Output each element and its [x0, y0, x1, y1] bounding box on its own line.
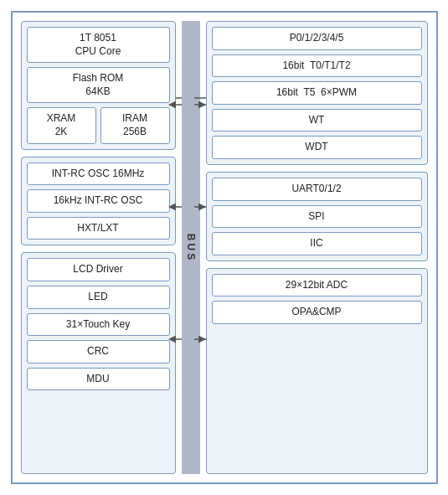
timer-16bit-012-box: 16bit T0/T1/T2 — [212, 54, 422, 78]
xram-box: XRAM2K — [27, 107, 96, 143]
comm-group: UART0/1/2 SPI IIC — [206, 172, 428, 261]
mdu-box: MDU — [27, 368, 170, 391]
hxt-lxt-box: HXT/LXT — [27, 217, 170, 240]
opa-cmp-box: OPA&CMP — [212, 301, 422, 324]
uart-box: UART0/1/2 — [212, 178, 422, 201]
analog-group: 29×12bit ADC OPA&CMP — [206, 268, 428, 474]
osc-group: INT-RC OSC 16MHz 16kHz INT-RC OSC HXT/LX… — [21, 157, 176, 246]
adc-box: 29×12bit ADC — [212, 274, 422, 297]
touch-key-box: 31×Touch Key — [27, 313, 170, 337]
cpu-group: 1T 8051CPU Core Flash ROM64KB XRAM2K IRA… — [21, 21, 176, 150]
block-diagram: 1T 8051CPU Core Flash ROM64KB XRAM2K IRA… — [11, 11, 438, 484]
gpio-timer-group: P0/1/2/3/4/5 16bit T0/T1/T2 16bit T5 6×P… — [206, 21, 428, 165]
crc-box: CRC — [27, 340, 170, 364]
int-rc-osc-16mhz-box: INT-RC OSC 16MHz — [27, 162, 170, 186]
iic-box: IIC — [212, 232, 422, 255]
left-column: 1T 8051CPU Core Flash ROM64KB XRAM2K IRA… — [21, 21, 176, 474]
periph-left-group: LCD Driver LED 31×Touch Key CRC MDU — [21, 252, 176, 474]
iram-box: IRAM256B — [100, 107, 170, 143]
right-column: P0/1/2/3/4/5 16bit T0/T1/T2 16bit T5 6×P… — [206, 21, 428, 474]
led-box: LED — [27, 286, 170, 309]
int-rc-osc-16khz-box: 16kHz INT-RC OSC — [27, 189, 170, 213]
cpu-core-box: 1T 8051CPU Core — [27, 27, 170, 63]
lcd-driver-box: LCD Driver — [27, 258, 170, 281]
spi-box: SPI — [212, 205, 422, 229]
timer-16bit-t5-pwm-box: 16bit T5 6×PWM — [212, 81, 422, 105]
bus-connector-arrows — [176, 21, 206, 474]
wdt-box: WDT — [212, 136, 422, 159]
wt-box: WT — [212, 109, 422, 132]
bus-column: BUS — [176, 21, 206, 474]
flash-rom-box: Flash ROM64KB — [27, 67, 170, 103]
gpio-box: P0/1/2/3/4/5 — [212, 27, 422, 50]
